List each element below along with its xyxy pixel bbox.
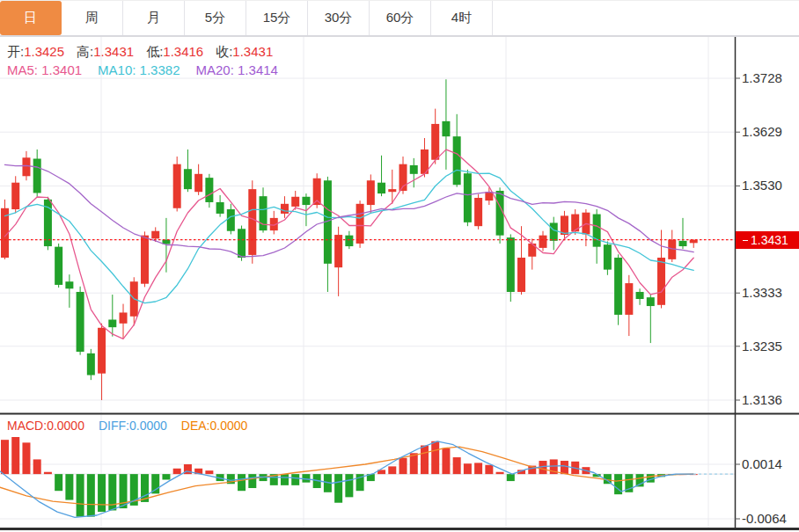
period-tab-bar: 日周月5分15分30分60分4时: [0, 0, 799, 36]
macd-bar: [87, 474, 95, 516]
ma5-readout: MA5: 1.3401: [7, 62, 82, 77]
close-label: 收:: [216, 44, 232, 59]
candle-up: [657, 258, 665, 305]
candle-down: [87, 353, 95, 375]
macd-bar: [334, 474, 342, 503]
main-axis-label: 1.3629: [742, 124, 796, 139]
candle-up: [22, 157, 30, 176]
candle-up: [291, 197, 299, 207]
current-price-tag: 1.3431: [736, 231, 799, 249]
macd-bar: [281, 474, 289, 485]
main-axis-label: 1.3530: [742, 178, 796, 193]
high-label: 高:: [77, 44, 93, 59]
current-price-value: 1.3431: [751, 233, 788, 247]
main-axis-label: 1.3235: [742, 339, 796, 353]
candle-down: [65, 281, 73, 288]
tab-60分[interactable]: 60分: [370, 1, 431, 35]
low-value: 1.3416: [163, 44, 203, 59]
macd-bar: [22, 442, 30, 474]
macd-bar: [173, 469, 181, 474]
macd-bar: [11, 437, 19, 474]
candle-down: [453, 136, 461, 185]
candle-down: [77, 292, 84, 352]
macd-bar: [162, 474, 170, 479]
candle-up: [539, 236, 547, 248]
kline-chart-app: 日周月5分15分30分60分4时 开:1.3425高:1.3431低:1.341…: [0, 0, 799, 532]
macd-bar: [400, 458, 407, 474]
candle-up: [141, 236, 149, 284]
ma20-readout: MA20: 1.3414: [196, 62, 278, 77]
macd-readout: MACD:0.0000: [7, 419, 84, 433]
macd-bar: [561, 461, 568, 474]
macd-bar: [464, 463, 472, 474]
candle-up: [517, 258, 525, 292]
open-value: 1.3425: [24, 44, 64, 59]
macd-bar: [65, 474, 73, 499]
main-axis-label: 1.3136: [742, 392, 796, 407]
candle-up: [356, 204, 364, 244]
candle-down: [302, 197, 310, 205]
tab-周[interactable]: 周: [62, 1, 123, 35]
tab-月[interactable]: 月: [123, 1, 185, 35]
candle-up: [431, 124, 439, 160]
macd-bar: [388, 466, 396, 474]
candle-down: [55, 247, 62, 285]
main-axis-label: 1.3728: [742, 70, 796, 85]
candle-down: [678, 241, 686, 246]
candle-down: [33, 159, 41, 193]
candle-down: [464, 173, 472, 222]
ma-legend: MA5: 1.3401MA10: 1.3382MA20: 1.3414: [7, 62, 278, 77]
candle-down: [507, 237, 515, 292]
macd-bar: [77, 474, 84, 516]
macd-bar: [291, 474, 299, 485]
main-axis-label: 1.3333: [742, 285, 796, 300]
candle-up: [388, 189, 396, 192]
candle-down: [593, 215, 601, 247]
tab-4时[interactable]: 4时: [431, 1, 493, 35]
tab-日-active[interactable]: 日: [0, 1, 62, 35]
candle-down: [378, 183, 385, 193]
low-label: 低:: [146, 44, 163, 59]
candle-down: [410, 165, 418, 174]
macd-bar: [421, 446, 429, 475]
macd-bar: [238, 474, 246, 491]
chart-canvas[interactable]: [0, 0, 799, 532]
candle-up: [625, 283, 633, 315]
open-label: 开:: [7, 44, 24, 59]
candle-up: [248, 189, 256, 255]
candle-down: [216, 202, 224, 214]
candle-down: [184, 169, 192, 189]
close-value: 1.3431: [232, 44, 273, 59]
macd-bar: [442, 448, 450, 474]
candle-down: [636, 292, 644, 299]
candle-up: [173, 164, 181, 208]
candle-up: [281, 204, 289, 214]
candle-down: [647, 297, 655, 306]
tab-15分[interactable]: 15分: [246, 1, 308, 35]
candle-down: [205, 178, 213, 202]
candle-up: [528, 244, 536, 257]
macd-bar: [33, 459, 41, 474]
macd-bar: [345, 474, 353, 497]
candle-down: [260, 196, 268, 230]
macd-bar: [453, 457, 461, 474]
ma10-readout: MA10: 1.3382: [98, 62, 180, 77]
macd-bar: [205, 470, 213, 474]
macd-bar: [98, 474, 106, 512]
tab-30分[interactable]: 30分: [308, 1, 370, 35]
macd-bar: [431, 441, 439, 474]
candle-up: [474, 198, 482, 226]
candle-down: [227, 209, 235, 231]
candle-down: [108, 320, 116, 328]
tab-5分[interactable]: 5分: [185, 1, 246, 35]
macd-bar: [1, 440, 9, 474]
macd-bar: [248, 474, 256, 488]
candle-up: [98, 328, 106, 374]
macd-legend: MACD:0.0000DIFF:0.0000DEA:0.0000: [7, 419, 247, 433]
candle-up: [11, 183, 19, 209]
candle-down: [442, 121, 450, 136]
macd-bar: [474, 463, 482, 474]
macd-bar: [496, 472, 504, 474]
candle-down: [614, 258, 622, 315]
macd-axis-label: -0.0064: [742, 511, 796, 526]
